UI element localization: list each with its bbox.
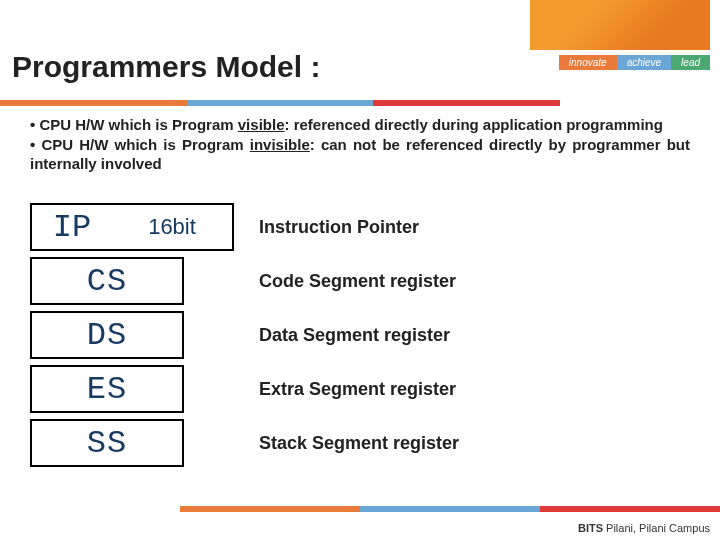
bullet-2-underline: invisible	[250, 136, 310, 153]
gear-graphic	[530, 0, 710, 50]
ip-desc: Instruction Pointer	[259, 217, 419, 238]
footer-bold: BITS	[578, 522, 606, 534]
page-title: Programmers Model :	[12, 50, 320, 84]
slide: { "header": { "title": "Programmers Mode…	[0, 0, 720, 540]
register-table: IP 16bit Instruction Pointer CS Code Seg…	[30, 200, 459, 470]
bullet-1-underline: visible	[238, 116, 285, 133]
es-box: ES	[30, 365, 184, 413]
row-es: ES Extra Segment register	[30, 362, 459, 416]
tag-achieve: achieve	[617, 55, 671, 70]
row-cs: CS Code Segment register	[30, 254, 459, 308]
ds-desc: Data Segment register	[259, 325, 450, 346]
body-text: • CPU H/W which is Program visible: refe…	[30, 115, 690, 174]
row-ip: IP 16bit Instruction Pointer	[30, 200, 459, 254]
ip-name: IP	[32, 209, 112, 246]
row-ss: SS Stack Segment register	[30, 416, 459, 470]
bullet-2-a: • CPU H/W which is Program	[30, 136, 250, 153]
footer-rule	[180, 506, 720, 512]
ds-box: DS	[30, 311, 184, 359]
row-ds: DS Data Segment register	[30, 308, 459, 362]
ss-box: SS	[30, 419, 184, 467]
brand-tags: innovate achieve lead	[559, 0, 710, 70]
tag-innovate: innovate	[559, 55, 617, 70]
bullet-1-a: • CPU H/W which is Program	[30, 116, 238, 133]
cs-box: CS	[30, 257, 184, 305]
ss-desc: Stack Segment register	[259, 433, 459, 454]
ip-bits: 16bit	[112, 214, 232, 240]
footer-text: BITS Pilani, Pilani Campus	[578, 522, 710, 534]
title-rule	[0, 100, 560, 106]
bullet-1-b: : referenced directly during application…	[284, 116, 662, 133]
tag-lead: lead	[671, 55, 710, 70]
es-desc: Extra Segment register	[259, 379, 456, 400]
ip-box: IP 16bit	[30, 203, 234, 251]
cs-desc: Code Segment register	[259, 271, 456, 292]
footer-rest: Pilani, Pilani Campus	[606, 522, 710, 534]
